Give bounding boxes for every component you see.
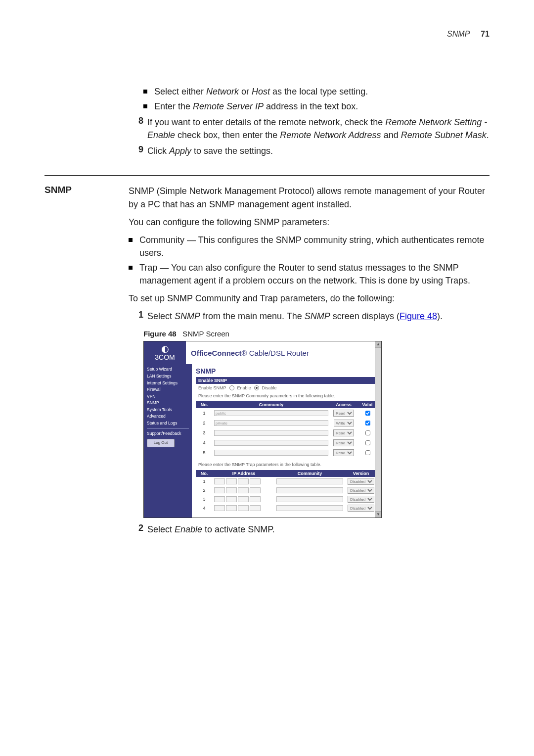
- trap-community-input[interactable]: [276, 496, 343, 502]
- version-select[interactable]: Disabled: [348, 496, 374, 503]
- community-input[interactable]: [214, 420, 328, 426]
- ip-octet[interactable]: [214, 487, 225, 493]
- ip-octet[interactable]: [250, 496, 261, 502]
- table-row: 2Disabled: [196, 486, 377, 495]
- snmp-configure-line: You can configure the following SNMP par…: [129, 216, 490, 229]
- nav-status-logs[interactable]: Status and Logs: [147, 420, 189, 427]
- table-row: 4Disabled: [196, 504, 377, 513]
- step-1: 1 Select SNMP from the main menu. The SN…: [129, 310, 490, 323]
- nav-internet-settings[interactable]: Internet Settings: [147, 380, 189, 387]
- ip-octet[interactable]: [214, 478, 225, 484]
- logout-button[interactable]: Log Out: [147, 439, 175, 447]
- panel-heading: SNMP: [196, 367, 377, 375]
- bullet-text: Trap — You can also configure the Router…: [139, 261, 490, 287]
- header-section: SNMP: [447, 30, 470, 38]
- ip-octet[interactable]: [214, 496, 225, 502]
- version-select[interactable]: Disabled: [348, 487, 374, 494]
- nav-vpn[interactable]: VPN: [147, 393, 189, 400]
- table-row: 3Read: [196, 428, 377, 438]
- step-number: 2: [129, 523, 147, 533]
- nav-support-feedback[interactable]: Support/Feedback: [147, 430, 189, 437]
- col-version: Version: [345, 470, 377, 477]
- step-text: Select SNMP from the main menu. The SNMP…: [147, 310, 490, 323]
- trap-community-input[interactable]: [276, 487, 343, 493]
- cell-no: 4: [196, 438, 213, 448]
- ip-octet[interactable]: [214, 505, 225, 511]
- ip-octet[interactable]: [238, 505, 249, 511]
- nav-lan-settings[interactable]: LAN Settings: [147, 373, 189, 380]
- brand-logo: ◐ 3COM: [144, 341, 186, 364]
- cell-no: 2: [196, 418, 213, 428]
- table-row: 5Read: [196, 448, 377, 458]
- nav-system-tools[interactable]: System Tools: [147, 407, 189, 414]
- section-heading: SNMP: [44, 185, 129, 195]
- step-number: 1: [129, 310, 147, 320]
- version-select[interactable]: Disabled: [348, 505, 374, 512]
- trap-table: No. IP Address Community Version 1Disabl…: [196, 470, 377, 513]
- ip-octet[interactable]: [238, 478, 249, 484]
- col-no: No.: [196, 401, 213, 408]
- ip-octet[interactable]: [226, 505, 237, 511]
- disable-radio[interactable]: [254, 385, 259, 390]
- cell-no: 3: [196, 428, 213, 438]
- valid-checkbox[interactable]: [365, 430, 370, 435]
- ip-octet[interactable]: [238, 496, 249, 502]
- ip-octet[interactable]: [250, 487, 261, 493]
- cell-no: 2: [196, 486, 213, 495]
- nav-snmp[interactable]: SNMP: [147, 400, 189, 407]
- snmp-setup-line: To set up SNMP Community and Trap parame…: [129, 292, 490, 305]
- scrollbar[interactable]: ▲ ▼: [375, 341, 381, 518]
- enable-row: Enable SNMP Enable Disable: [196, 384, 377, 392]
- bullet-item: Trap — You can also configure the Router…: [129, 261, 490, 287]
- step-2: 2 Select Enable to activate SNMP.: [129, 523, 490, 536]
- valid-checkbox[interactable]: [365, 421, 370, 425]
- scroll-down-icon[interactable]: ▼: [375, 511, 381, 518]
- nav-setup-wizard[interactable]: Setup Wizard: [147, 366, 189, 373]
- enable-radio[interactable]: [229, 385, 234, 390]
- step-number: 9: [129, 144, 147, 155]
- brand-text: 3COM: [144, 353, 186, 361]
- square-bullet-icon: [129, 238, 133, 242]
- ip-octet[interactable]: [226, 487, 237, 493]
- figure-link[interactable]: Figure 48: [400, 311, 437, 321]
- community-input[interactable]: [214, 410, 328, 416]
- ip-octet[interactable]: [226, 496, 237, 502]
- access-select[interactable]: Read: [333, 429, 354, 436]
- bullet-text: Community — This configures the SNMP com…: [139, 234, 490, 259]
- bullet-text: Select either Network or Host as the loc…: [154, 85, 490, 98]
- valid-checkbox[interactable]: [365, 450, 370, 455]
- valid-checkbox[interactable]: [365, 411, 370, 416]
- version-select[interactable]: Disabled: [348, 478, 374, 485]
- bullet-item: Enter the Remote Server IP address in th…: [143, 100, 490, 113]
- access-select[interactable]: Read: [333, 449, 354, 456]
- step-9: 9 Click Apply to save the settings.: [129, 144, 490, 157]
- nav-firewall[interactable]: Firewall: [147, 386, 189, 393]
- col-valid: Valid: [357, 401, 377, 408]
- access-select[interactable]: Write: [334, 420, 354, 426]
- cell-no: 4: [196, 504, 213, 513]
- trap-community-input[interactable]: [276, 505, 343, 511]
- community-input[interactable]: [214, 450, 328, 456]
- table-row: 2Write: [196, 418, 377, 428]
- community-input[interactable]: [214, 430, 328, 436]
- nav-advanced[interactable]: Advanced: [147, 413, 189, 420]
- cell-no: 5: [196, 448, 213, 458]
- access-select[interactable]: Read: [333, 410, 354, 417]
- scroll-up-icon[interactable]: ▲: [375, 341, 381, 348]
- step-text: Select Enable to activate SNMP.: [147, 523, 490, 536]
- running-header: SNMP 71: [44, 30, 490, 39]
- step-text: Click Apply to save the settings.: [147, 144, 490, 157]
- access-select[interactable]: Read: [333, 439, 354, 446]
- square-bullet-icon: [143, 90, 147, 94]
- cell-no: 1: [196, 477, 213, 486]
- cell-no: 1: [196, 408, 213, 418]
- trap-community-input[interactable]: [276, 478, 343, 484]
- ip-octet[interactable]: [250, 505, 261, 511]
- col-community: Community: [275, 470, 345, 477]
- valid-checkbox[interactable]: [365, 440, 370, 445]
- ip-octet[interactable]: [238, 487, 249, 493]
- ip-octet[interactable]: [250, 478, 261, 484]
- community-input[interactable]: [214, 440, 328, 446]
- ip-octet[interactable]: [226, 478, 237, 484]
- upper-block: Select either Network or Host as the loc…: [44, 83, 490, 160]
